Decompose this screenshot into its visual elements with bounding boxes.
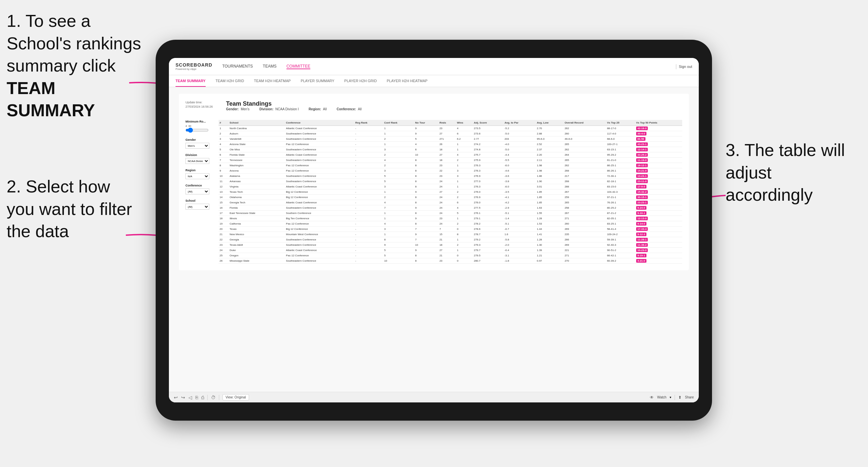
- table-cell: Texas A&M: [228, 243, 285, 248]
- table-cell: 21: [438, 237, 456, 243]
- sub-nav-player-summary[interactable]: PLAYER SUMMARY: [301, 75, 335, 87]
- region-select[interactable]: N/A All: [185, 173, 209, 179]
- table-cell-points: 10-23-0: [635, 248, 682, 253]
- instruction-step2: 2. Select how you want to filter the dat…: [7, 176, 132, 243]
- table-cell: 276.9: [473, 174, 504, 179]
- bottom-toolbar: ↩ ↪ ◁ ⎘ ⎙ ⏱ View: Original 👁 Watch ▾ ⬆ S…: [169, 392, 699, 402]
- nav-tournaments[interactable]: TOURNAMENTS: [222, 64, 253, 69]
- table-cell: 27: [438, 131, 456, 136]
- toolbar-copy[interactable]: ⎘: [195, 395, 198, 400]
- sub-nav-player-h2h-heatmap[interactable]: PLAYER H2H HEATMAP: [387, 75, 428, 87]
- table-cell: 72-30-1: [606, 174, 635, 179]
- filter-section-division: Division NCAA Division I NCAA Division I…: [185, 153, 212, 164]
- table-cell: -4.2: [503, 200, 536, 205]
- table-cell: 2: [456, 195, 473, 200]
- table-cell: 3: [456, 174, 473, 179]
- table-cell: 8: [414, 200, 438, 205]
- table-cell: 58-41-4: [606, 226, 635, 232]
- filter-region-value[interactable]: All: [323, 107, 327, 111]
- table-cell: 1.90: [536, 179, 564, 184]
- table-row: 23Texas A&MSoutheastern Conference-91018…: [219, 243, 682, 248]
- table-cell: 1.21: [536, 253, 564, 258]
- col-wins: Wins: [456, 120, 473, 126]
- table-header: # School Conference Reg Rank Conf Rank N…: [219, 120, 682, 126]
- table-row: 14OklahomaBig 12 Conference-28242276.9-4…: [219, 195, 682, 200]
- table-cell: Atlantic Coast Conference: [285, 184, 354, 189]
- table-cell: -: [354, 163, 383, 168]
- table-cell: 61-21-0: [606, 158, 635, 163]
- share-button[interactable]: Share: [685, 396, 694, 399]
- table-cell: 235: [564, 232, 606, 237]
- table-cell: 0: [456, 226, 473, 232]
- table-cell: 1.85: [536, 189, 564, 195]
- min-row-slider[interactable]: [185, 127, 209, 133]
- sidebar-school-label: School: [185, 199, 212, 203]
- toolbar-clock[interactable]: ⏱: [211, 395, 216, 400]
- table-cell: 273.5: [473, 126, 504, 131]
- table-cell: 274.2: [473, 142, 504, 147]
- sub-nav-player-h2h-grid[interactable]: PLAYER H2H GRID: [344, 75, 377, 87]
- school-select[interactable]: (All): [185, 204, 209, 210]
- conference-select[interactable]: (All): [185, 188, 209, 194]
- toolbar-paste[interactable]: ⎙: [202, 395, 204, 400]
- filter-gender-value[interactable]: Men's: [241, 107, 249, 111]
- table-cell-points: 9-14-0: [635, 221, 682, 226]
- col-rnds: Rnds: [438, 120, 456, 126]
- table-cell: 1.39: [536, 248, 564, 253]
- nav-teams[interactable]: TEAMS: [263, 64, 277, 69]
- sub-nav-team-h2h-grid[interactable]: TEAM H2H GRID: [216, 75, 244, 87]
- table-cell: 2.70: [536, 126, 564, 131]
- table-cell: Texas: [228, 226, 285, 232]
- table-cell: 23: [438, 258, 456, 263]
- instruction-step3: 3. The table will adjust accordingly: [725, 139, 858, 206]
- sub-nav-team-h2h-heatmap[interactable]: TEAM H2H HEATMAP: [254, 75, 291, 87]
- table-cell: 1.85: [536, 195, 564, 200]
- view-original-button[interactable]: View: Original: [222, 394, 249, 400]
- table-cell: 271: [564, 216, 606, 221]
- watch-button[interactable]: Watch: [657, 396, 666, 399]
- table-cell: 24: [438, 221, 456, 226]
- filter-conference-label: Conference:: [337, 107, 356, 111]
- table-cell: Arizona State: [228, 142, 285, 147]
- table-cell: 3: [383, 168, 414, 174]
- table-cell: 1: [456, 216, 473, 221]
- table-cell: 203: [503, 136, 536, 142]
- table-cell: 6: [219, 152, 228, 158]
- table-cell-points: 42-18-0: [635, 126, 682, 131]
- nav-committee[interactable]: COMMITTEE: [286, 64, 310, 69]
- table-cell: 2: [383, 195, 414, 200]
- table-cell: 1.98: [536, 163, 564, 168]
- table-cell: 49-6-0: [564, 136, 606, 142]
- table-cell: 3: [383, 226, 414, 232]
- table-cell: Southeastern Conference: [285, 158, 354, 163]
- table-row: 4Arizona StatePac-12 Conference-14261274…: [219, 142, 682, 147]
- table-cell: 1.28: [536, 216, 564, 221]
- table-cell: -5.5: [503, 158, 536, 163]
- table-cell: 217: [564, 174, 606, 179]
- sub-nav-team-summary[interactable]: TEAM SUMMARY: [176, 75, 206, 87]
- sign-out-button[interactable]: Sign out: [679, 65, 692, 68]
- table-cell: 27: [438, 152, 456, 158]
- filter-conference-value[interactable]: All: [358, 107, 362, 111]
- table-cell: 2.52: [536, 142, 564, 147]
- table-cell: 2: [383, 136, 414, 142]
- table-cell: 7: [414, 226, 438, 232]
- table-cell: 9: [414, 205, 438, 211]
- gender-select[interactable]: Men's Women's: [185, 143, 209, 149]
- table-cell: Southeastern Conference: [285, 174, 354, 179]
- table-cell: 3: [456, 168, 473, 174]
- division-select[interactable]: NCAA Division I NCAA Division II: [185, 158, 209, 164]
- table-cell-points: 13-24-1: [635, 174, 682, 179]
- filter-division-value[interactable]: NCAA Division I: [276, 107, 299, 111]
- toolbar-back[interactable]: ◁: [188, 395, 192, 400]
- table-row: 17East Tennessee StateSouthern Conferenc…: [219, 211, 682, 216]
- table-cell: 8: [456, 232, 473, 237]
- table-cell-points: 23-23-1: [635, 200, 682, 205]
- toolbar-undo[interactable]: ↩: [174, 395, 178, 400]
- table-cell: -0.7: [503, 226, 536, 232]
- toolbar-redo[interactable]: ↪: [181, 395, 185, 400]
- table-cell: Oregon: [228, 253, 285, 258]
- table-cell: -: [354, 237, 383, 243]
- table-cell: Arkansas: [228, 179, 285, 184]
- table-cell: 24: [438, 179, 456, 184]
